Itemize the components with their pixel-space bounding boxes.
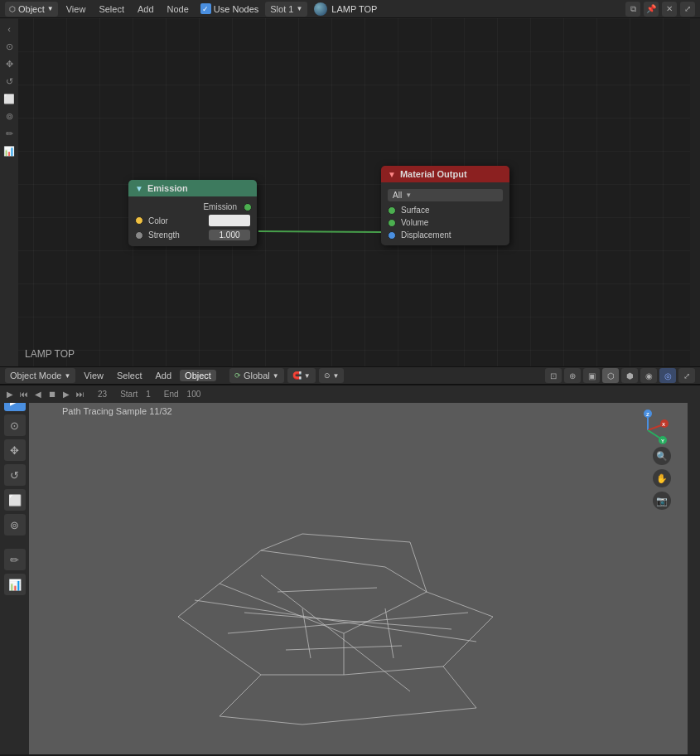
material-output-header[interactable]: ▼ Material Output xyxy=(381,166,509,182)
material-target-dropdown[interactable]: All ▼ xyxy=(388,189,503,201)
volume-socket[interactable] xyxy=(388,219,396,227)
svg-line-35 xyxy=(302,708,476,724)
emission-output-row: Emission xyxy=(128,201,257,213)
bb-play-back[interactable]: ◀ xyxy=(35,390,41,399)
nav-hand-icon[interactable]: ✋ xyxy=(653,469,671,487)
vp-left-toolbar: ▶ ⊙ ✥ ↺ ⬜ ⊚ ✏ 📊 xyxy=(0,385,29,754)
vp-tool-scale[interactable]: ⬜ xyxy=(4,489,26,511)
color-input-socket[interactable] xyxy=(135,216,143,225)
emission-node-header[interactable]: ▼ Emission xyxy=(128,180,257,196)
vp-menu-view[interactable]: View xyxy=(79,370,109,381)
viewport: Object Mode ▼ View Select Add Object ⟳ G… xyxy=(0,366,700,754)
use-nodes-toggle[interactable]: Use Nodes xyxy=(200,3,258,14)
top-menubar: ⬡ Object ▼ View Select Add Node Use Node… xyxy=(0,0,700,18)
menu-node[interactable]: Node xyxy=(162,3,194,15)
expand-icon-btn[interactable]: ⤢ xyxy=(680,2,695,17)
vp-tool-rotate[interactable]: ↺ xyxy=(4,464,26,486)
mode-dropdown[interactable]: Object Mode ▼ xyxy=(5,368,75,383)
material-output-node[interactable]: ▼ Material Output All ▼ Surface Volume D xyxy=(381,166,509,245)
volume-row: Volume xyxy=(381,216,509,229)
strength-value[interactable]: 1.000 xyxy=(209,230,250,240)
displacement-row: Displacement xyxy=(381,229,509,241)
color-field[interactable] xyxy=(209,215,250,226)
vp-shading-material[interactable]: ◉ xyxy=(640,368,657,383)
lamp-geometry-svg xyxy=(95,468,592,754)
bb-frame-step-back[interactable]: ⏮ xyxy=(20,390,28,399)
node-left-toolbar: ‹ ⊙ ✥ ↺ ⬜ ⊚ ✏ 📊 xyxy=(0,18,18,366)
node-tool-move[interactable]: ✥ xyxy=(2,56,17,71)
vp-overlay-btn[interactable]: ⊡ xyxy=(545,368,562,383)
vp-tool-move[interactable]: ✥ xyxy=(4,439,26,461)
displacement-socket[interactable] xyxy=(388,231,396,240)
vp-tool-cursor[interactable]: ⊙ xyxy=(4,414,26,436)
vp-menu-add[interactable]: Add xyxy=(151,370,177,381)
vp-shading-solid[interactable]: ⬢ xyxy=(621,368,638,383)
node-tool-scale[interactable]: ⬜ xyxy=(2,91,17,106)
node-connections-svg xyxy=(0,18,700,366)
vp-shading-render[interactable]: ◎ xyxy=(659,368,676,383)
bb-frame-step-fwd[interactable]: ⏭ xyxy=(76,390,84,399)
vp-shading-wire[interactable]: ⬡ xyxy=(602,368,619,383)
slot-dropdown[interactable]: Slot 1 ▼ xyxy=(265,2,307,17)
transform-dropdown[interactable]: ⟳ Global ▼ xyxy=(229,368,284,383)
svg-line-21 xyxy=(302,534,410,542)
vp-menu-object[interactable]: Object xyxy=(180,370,216,381)
bb-play-stop[interactable]: ⏹ xyxy=(48,390,56,399)
svg-line-12 xyxy=(344,592,427,633)
svg-line-15 xyxy=(344,666,443,675)
vp-expand-btn[interactable]: ⤢ xyxy=(678,368,695,383)
material-output-body: All ▼ Surface Volume Displacement xyxy=(381,182,509,245)
vp-tool-measure[interactable]: 📊 xyxy=(4,574,26,595)
svg-line-34 xyxy=(220,716,302,724)
bb-play-fwd[interactable]: ▶ xyxy=(63,390,70,399)
strength-socket[interactable] xyxy=(135,231,143,240)
vp-tool-annotate[interactable]: ✏ xyxy=(4,549,26,570)
node-tool-snap[interactable]: ⊚ xyxy=(2,109,17,124)
menu-view[interactable]: View xyxy=(61,3,91,15)
vp-gizmo-btn[interactable]: ⊕ xyxy=(564,368,581,383)
svg-line-32 xyxy=(220,675,261,716)
close-icon-btn[interactable]: ✕ xyxy=(662,2,677,17)
transform-chevron: ▼ xyxy=(273,372,279,380)
copy-icon-btn[interactable]: ⧉ xyxy=(625,2,640,17)
material-output-title: Material Output xyxy=(400,169,467,179)
surface-socket[interactable] xyxy=(388,206,396,215)
svg-line-33 xyxy=(443,666,476,708)
bb-end-label: End xyxy=(164,390,179,399)
vp-viewport-btn[interactable]: ▣ xyxy=(583,368,600,383)
node-tool-draw[interactable]: ✏ xyxy=(2,126,17,141)
menu-add[interactable]: Add xyxy=(133,3,159,15)
svg-line-19 xyxy=(385,567,427,592)
snap-dropdown[interactable]: 🧲 ▼ xyxy=(287,368,316,383)
svg-line-29 xyxy=(278,588,377,592)
vp-tool-transform[interactable]: ⊚ xyxy=(4,514,26,536)
node-tool-chart[interactable]: 📊 xyxy=(2,143,17,158)
world-icon-area: LAMP TOP xyxy=(314,2,377,16)
svg-line-20 xyxy=(261,534,302,550)
dropdown-arrow: ▼ xyxy=(405,191,412,199)
node-right-scrollbar[interactable] xyxy=(690,18,700,366)
emission-node-title: Emission xyxy=(147,183,188,193)
svg-line-26 xyxy=(195,600,476,642)
vp-menu-select[interactable]: Select xyxy=(112,370,147,381)
svg-line-31 xyxy=(244,613,451,629)
vp-right-bar[interactable] xyxy=(688,385,700,754)
svg-text:Z: Z xyxy=(646,412,649,417)
node-tool-circle[interactable]: ⊙ xyxy=(2,39,17,54)
emission-output-label: Emission xyxy=(135,202,237,211)
nav-zoom-icon[interactable]: 🔍 xyxy=(653,447,671,465)
node-editor: ‹ ⊙ ✥ ↺ ⬜ ⊚ ✏ 📊 ▼ Emission Emission Colo… xyxy=(0,18,700,366)
bb-end-val: 100 xyxy=(187,390,201,399)
pin-icon-btn[interactable]: 📌 xyxy=(644,2,659,17)
emission-output-socket[interactable] xyxy=(244,203,252,211)
node-tool-rotate[interactable]: ↺ xyxy=(2,74,17,89)
bb-start-label: Start xyxy=(120,390,138,399)
emission-node[interactable]: ▼ Emission Emission Color Strength 1.000 xyxy=(128,180,257,246)
nav-camera-icon[interactable]: 📷 xyxy=(653,492,671,510)
scene-3d[interactable]: Path Tracing Sample 11/32 Z X Y 🔍 ✋ xyxy=(29,385,688,754)
prop-edit-dropdown[interactable]: ⊙ ▼ xyxy=(319,368,345,383)
topbar-right-icons: ⧉ 📌 ✕ ⤢ xyxy=(625,2,695,17)
node-tool-collapse[interactable]: ‹ xyxy=(2,22,17,36)
engine-dropdown[interactable]: ⬡ Object ▼ xyxy=(5,2,58,17)
menu-select[interactable]: Select xyxy=(94,3,129,15)
